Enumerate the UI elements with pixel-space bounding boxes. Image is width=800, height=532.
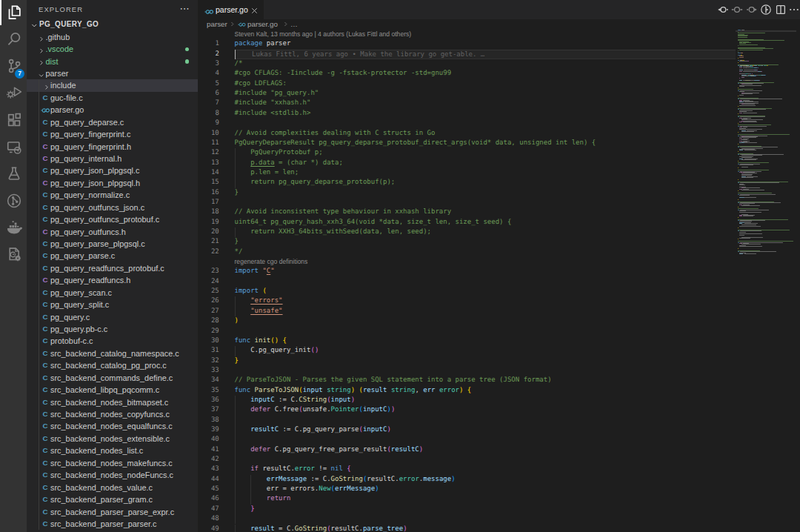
tree-item-src-backend-nodes-makefuncs-c[interactable]: Csrc_backend_nodes_makefuncs.c [27, 457, 198, 469]
nav-dot-circle-icon [731, 4, 743, 16]
minimap-line [738, 62, 739, 63]
code-editor[interactable]: Steven Kalt, 13 months ago | 4 authors (… [198, 30, 736, 532]
activity-item-extensions[interactable] [0, 107, 27, 133]
breadcrumb-file[interactable]: parser.go [247, 19, 278, 30]
tree-item-src-backend-nodes-nodefuncs-c[interactable]: Csrc_backend_nodes_nodeFuncs.c [27, 469, 198, 481]
tree-item-include[interactable]: include [27, 79, 198, 91]
tree-item-src-backend-nodes-list-c[interactable]: Csrc_backend_nodes_list.c [27, 445, 198, 456]
editor-action-gitlens-blame[interactable] [760, 4, 772, 16]
code-token: := C. [307, 476, 331, 483]
tree-item-parser[interactable]: parser [27, 67, 198, 79]
tree-item-pg-query-readfuncs-h[interactable]: Cpg_query_readfuncs.h [27, 274, 198, 286]
code-token: import [235, 287, 259, 295]
minimap-line [738, 144, 739, 144]
code-text: p.data = (char *) data; [235, 159, 343, 168]
tree-item-src-backend-nodes-copyfuncs-c[interactable]: Csrc_backend_nodes_copyfuncs.c [27, 408, 198, 420]
code-token: return XXH3_64bits_withSeed(data, len, s… [235, 228, 432, 236]
code-text: PgQueryProtobuf p; [235, 148, 323, 158]
code-token: ) [387, 426, 390, 433]
explorer-more-icon[interactable]: ⋯ [180, 4, 190, 13]
minimap-line [739, 235, 744, 236]
code-token: } [235, 238, 239, 245]
tree-item-pg-query-split-c[interactable]: Cpg_query_split.c [27, 299, 198, 310]
activity-item-explorer[interactable] [0, 0, 27, 25]
tree-item--vscode[interactable]: .vscode [27, 43, 198, 55]
code-line-12: 12 PgQueryProtobuf p; [198, 148, 736, 158]
tree-item-pg-query-readfuncs-protobuf-c[interactable]: Cpg_query_readfuncs_protobuf.c [27, 262, 198, 274]
tree-item-pg-query-fingerprint-c[interactable]: Cpg_query_fingerprint.c [27, 128, 198, 140]
activity-item-run-debug[interactable] [0, 81, 27, 106]
editor-action-change-marker[interactable] [731, 4, 743, 16]
minimap-line [741, 157, 752, 158]
tree-item-pg-query-pb-c-c[interactable]: Cpg_query.pb-c.c [27, 323, 198, 335]
editor-action-split-editor[interactable] [775, 4, 787, 16]
activity-item-testing[interactable] [0, 162, 27, 187]
tree-item-pg-query-parse-c[interactable]: Cpg_query_parse.c [27, 250, 198, 262]
code-token: { [283, 337, 287, 345]
tree-item-src-backend-nodes-value-c[interactable]: Csrc_backend_nodes_value.c [27, 482, 198, 493]
code-token: unsafe. [303, 406, 331, 413]
tree-item-src-backend-parser-parse-expr-c[interactable]: Csrc_backend_parser_parse_expr.c [27, 506, 198, 518]
minimap-line [738, 106, 739, 107]
tree-item-pg-query-json-plpgsql-h[interactable]: Cpg_query_json_plpgsql.h [27, 177, 198, 189]
tree-item-src-backend-nodes-extensible-c[interactable]: Csrc_backend_nodes_extensible.c [27, 433, 198, 445]
editor-action-prev-change[interactable] [717, 4, 729, 16]
minimap-line [740, 230, 761, 231]
activity-item-source-control[interactable]: 7 [0, 54, 27, 79]
tree-item-src-backend-nodes-bitmapset-c[interactable]: Csrc_backend_nodes_bitmapset.c [27, 396, 198, 408]
tree-item-pg-query-parse-plpgsql-c[interactable]: Cpg_query_parse_plpgsql.c [27, 238, 198, 250]
tree-item-dist[interactable]: dist [27, 56, 198, 67]
codelens[interactable]: Steven Kalt, 13 months ago | 4 authors (… [235, 30, 412, 39]
code-line-26: 26 "errors" [198, 296, 736, 306]
tree-item-pg-query-deparse-c[interactable]: Cpg_query_deparse.c [27, 116, 198, 128]
activity-item-docker[interactable] [0, 215, 27, 240]
tree-item--github[interactable]: .github [27, 31, 198, 43]
code-line-43: 43 if resultC.error != nil { [198, 465, 736, 474]
editor-action-more-actions[interactable] [788, 4, 800, 16]
activity-item-code-runner[interactable] [0, 242, 27, 267]
minimap-line [739, 226, 761, 227]
tree-item-parser-go[interactable]: parser.go [27, 104, 198, 116]
code-token: uint64_t pg_query_hash_xxh3_64(void *dat… [235, 219, 512, 226]
minimap-line [739, 78, 740, 79]
minimap-line [738, 87, 739, 88]
code-text: resultC := C.pg_query_parse(inputC) [235, 425, 391, 435]
code-line-10: 10// Avoid complexities dealing with C s… [198, 129, 736, 139]
breadcrumb-symbol[interactable]: … [290, 19, 298, 30]
minimap[interactable] [736, 30, 800, 532]
tree-item-src-backend-parser-parser-c[interactable]: Csrc_backend_parser_parser.c [27, 518, 198, 530]
tree-item-src-backend-commands-define-c[interactable]: Csrc_backend_commands_define.c [27, 372, 198, 384]
minimap-line [738, 161, 739, 162]
tree-item-pg-query-normalize-c[interactable]: Cpg_query_normalize.c [27, 189, 198, 201]
tree-item-pg-query-c[interactable]: Cpg_query.c [27, 311, 198, 323]
tree-item-protobuf-c-c[interactable]: Cprotobuf-c.c [27, 335, 198, 347]
c-file-icon: C [41, 92, 50, 104]
code-line-8: 8#include <stdlib.h> [198, 109, 736, 119]
tree-item-src-backend-parser-gram-c[interactable]: Csrc_backend_parser_gram.c [27, 493, 198, 505]
tree-root-pg-query-go[interactable]: PG_QUERY_GO [27, 19, 198, 30]
tree-item-pg-query-scan-c[interactable]: Cpg_query_scan.c [27, 287, 198, 299]
tree-item-src-backend-nodes-equalfuncs-c[interactable]: Csrc_backend_nodes_equalfuncs.c [27, 420, 198, 432]
tree-item-guc-file-c[interactable]: Cguc-file.c [27, 92, 198, 104]
codelens[interactable]: regenerate cgo definitions [235, 257, 308, 267]
tree-item-src-backend-libpq-pqcomm-c[interactable]: Csrc_backend_libpq_pqcomm.c [27, 384, 198, 396]
tree-item-src-backend-catalog-namespace-c[interactable]: Csrc_backend_catalog_namespace.c [27, 348, 198, 359]
tree-item-pg-query-outfuncs-h[interactable]: Cpg_query_outfuncs.h [27, 226, 198, 238]
editor-action-next-change[interactable] [746, 4, 758, 16]
tree-item-pg-query-outfuncs-protobuf-c[interactable]: Cpg_query_outfuncs_protobuf.c [27, 213, 198, 225]
tree-item-pg-query-fingerprint-h[interactable]: Cpg_query_fingerprint.h [27, 141, 198, 153]
tree-item-pg-query-json-plpgsql-c[interactable]: Cpg_query_json_plpgsql.c [27, 164, 198, 176]
activity-item-git-graph[interactable] [0, 188, 27, 213]
code-text: #include "pg_query.h" [235, 89, 319, 99]
activity-item-search[interactable] [0, 27, 27, 52]
minimap-line [745, 73, 748, 74]
tree-item-pg-query-internal-h[interactable]: Cpg_query_internal.h [27, 153, 198, 164]
minimap-line [738, 116, 740, 117]
code-token: } [235, 357, 239, 365]
tree-item-pg-query-outfuncs-json-c[interactable]: Cpg_query_outfuncs_json.c [27, 202, 198, 213]
tree-item-src-backend-catalog-pg-proc-c[interactable]: Csrc_backend_catalog_pg_proc.c [27, 359, 198, 371]
breadcrumb-folder[interactable]: parser [207, 19, 227, 30]
activity-item-remote-explorer[interactable] [0, 135, 27, 160]
minimap-line [761, 71, 762, 72]
minimap-line [757, 70, 758, 70]
